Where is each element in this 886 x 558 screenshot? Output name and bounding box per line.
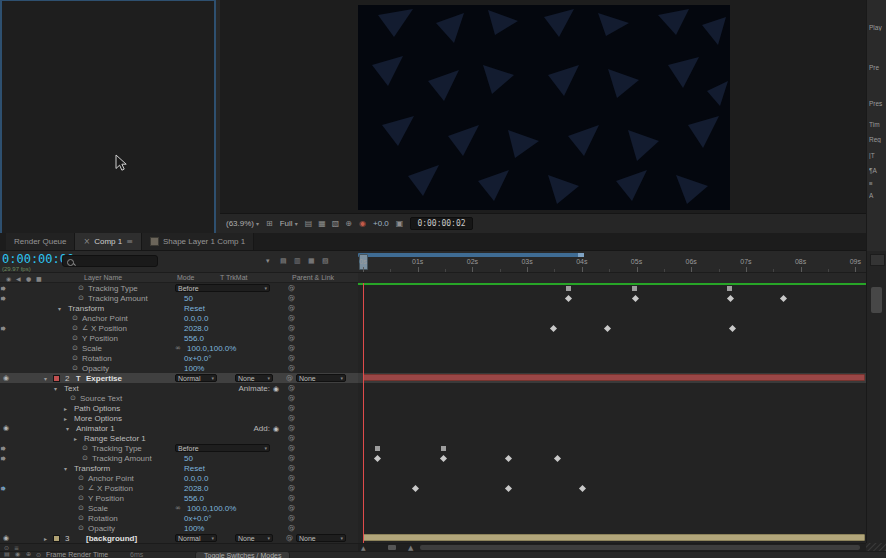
property-value[interactable]: 2028.0 [184,324,208,333]
property-value[interactable]: 0.0,0.0 [184,474,208,483]
pickwhip-icon[interactable]: @ [288,424,295,432]
tab-render-queue[interactable]: Render Queue [6,233,75,250]
timeline-ruler[interactable]: 0s01s02s03s04s05s06s07s08s09s [358,251,866,273]
keyframe-diamond[interactable] [631,294,638,301]
keyframe-square[interactable] [566,286,571,291]
row-y-position[interactable]: ⊙Y Position556.0@ [0,493,358,503]
property-label[interactable]: Anchor Point [82,314,128,323]
row-y-position[interactable]: ⊙Y Position556.0@ [0,333,358,343]
property-value[interactable]: 0x+0.0° [184,354,211,363]
link-dimensions-icon[interactable]: ∞ [175,344,181,352]
property-value[interactable]: 100% [184,524,204,533]
property-label[interactable]: Y Position [82,334,118,343]
row-scale[interactable]: ⊙Scale∞100.0,100.0%@ [0,343,358,353]
track-row[interactable] [358,293,866,303]
keyframe-diamond[interactable] [553,454,560,461]
pickwhip-icon[interactable]: @ [288,504,295,512]
dock-item-[interactable]: ≡ [869,180,886,187]
dock-item-t[interactable]: |T [869,152,886,159]
row-more-options[interactable]: ▸More Options@ [0,413,358,423]
track-row[interactable] [358,503,866,513]
row-animator-1[interactable]: ◉▾Animator 1Add:◉@ [0,423,358,433]
pickwhip-icon[interactable]: @ [288,354,295,362]
pickwhip-icon[interactable]: @ [288,464,295,472]
status-icon[interactable]: ▤ [4,550,10,557]
stopwatch-icon[interactable]: ⊙ [72,364,78,372]
timeline-option-icon[interactable]: ▥ [294,257,301,265]
pickwhip-icon[interactable]: @ [288,364,295,372]
pickwhip-icon[interactable]: @ [288,334,295,342]
property-value[interactable]: 0x+0.0° [184,514,211,523]
track-row[interactable] [358,523,866,533]
row-rotation[interactable]: ⊙Rotation0x+0.0°@ [0,513,358,523]
property-label[interactable]: Scale [82,344,102,353]
twirl-icon[interactable]: ▸ [74,435,77,442]
keyframe-diamond[interactable] [504,454,511,461]
row-opacity[interactable]: ⊙Opacity100%@ [0,363,358,373]
layer-color-chip[interactable] [53,535,60,542]
layer-row-2[interactable]: ◉▾2TExpertiseNormal▾None▾@None▾ [0,373,358,383]
pickwhip-icon[interactable]: @ [288,484,295,492]
row-transform[interactable]: ▾TransformReset@ [0,463,358,473]
work-area-bar[interactable] [358,253,584,257]
property-label[interactable]: Source Text [80,394,122,403]
pickwhip-icon[interactable]: @ [286,374,293,382]
track-row[interactable] [358,353,866,363]
dock-item-a[interactable]: A [869,192,886,199]
track-row[interactable] [358,333,866,343]
vertical-scrollbar-handle[interactable] [871,287,882,313]
twirl-icon[interactable]: ▸ [64,405,67,412]
stopwatch-icon[interactable]: ⊙ [82,444,88,452]
next-keyframe-icon[interactable]: ▶ [1,485,5,491]
twirl-icon[interactable]: ▾ [44,375,47,382]
keyframe-diamond[interactable] [549,324,556,331]
row-x-position[interactable]: ◀◆▶⊙∠X Position2028.0@ [0,483,358,493]
track-row[interactable] [358,363,866,373]
column-layer-name[interactable]: Layer Name [84,274,122,281]
layer-name[interactable]: [background] [86,534,137,543]
pickwhip-icon[interactable]: @ [288,314,295,322]
layer-duration-bar[interactable] [363,374,865,381]
tab-shape-layer-1-comp-1[interactable]: Shape Layer 1 Comp 1 [142,233,254,250]
eye-icon[interactable]: ◉ [3,374,9,382]
zoom-slider-handle[interactable] [388,545,396,550]
property-label[interactable]: Tracking Amount [88,294,148,303]
row-x-position[interactable]: ◀◆▶⊙∠X Position2028.0@ [0,323,358,333]
property-label[interactable]: Transform [74,464,110,473]
keyframe-diamond[interactable] [504,484,511,491]
dock-item-play[interactable]: Play [869,24,886,31]
row-rotation[interactable]: ⊙Rotation0x+0.0°@ [0,353,358,363]
snapshot-icon[interactable]: ▣ [396,219,404,228]
stopwatch-icon[interactable]: ⊙ [70,394,76,402]
track-row[interactable] [358,513,866,523]
eye-icon[interactable]: ◉ [3,534,9,542]
row-opacity[interactable]: ⊙Opacity100%@ [0,523,358,533]
track-row[interactable] [358,413,866,423]
pickwhip-icon[interactable]: @ [288,514,295,522]
grid-guides-icon[interactable]: ⊞ [266,219,273,228]
property-value[interactable]: 100.0,100.0% [187,344,236,353]
property-value[interactable]: 100.0,100.0% [187,504,236,513]
layer-duration-bar[interactable] [363,534,865,541]
current-time-indicator-line[interactable] [363,283,364,543]
keyframe-diamond[interactable] [411,484,418,491]
stopwatch-icon[interactable]: ⊙ [72,314,78,322]
track-row[interactable] [358,533,866,543]
track-row[interactable] [358,383,866,393]
row-source-text[interactable]: ⊙Source Text@ [0,393,358,403]
mode-select[interactable]: Normal▾ [175,534,217,542]
mode-select[interactable]: Normal▾ [175,374,217,382]
track-row[interactable] [358,393,866,403]
property-value[interactable]: 50 [184,454,193,463]
pickwhip-icon[interactable]: @ [288,474,295,482]
dock-item-reg[interactable]: Reg [869,136,886,143]
close-icon[interactable]: × [83,237,90,246]
keyframe-square[interactable] [441,446,446,451]
timeline-option-icon[interactable]: ▧ [322,257,329,265]
dock-item-pre[interactable]: Pre [869,64,886,71]
track-row[interactable] [358,443,866,453]
pickwhip-icon[interactable]: @ [288,294,295,302]
next-keyframe-icon[interactable]: ▶ [1,295,5,301]
keyframe-diamond[interactable] [603,324,610,331]
timeline-option-icon[interactable]: ▤ [280,257,287,265]
